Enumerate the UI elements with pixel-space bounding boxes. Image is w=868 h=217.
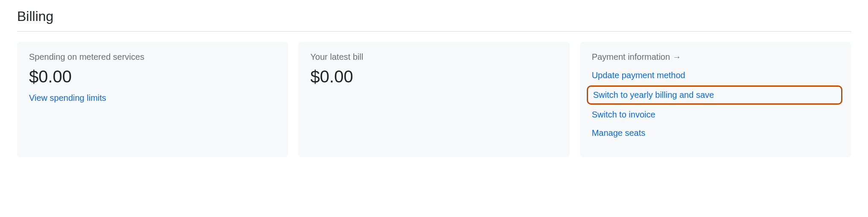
spending-card: Spending on metered services $0.00 View … [17,42,288,157]
payment-info-title[interactable]: Payment information → [592,52,839,62]
spending-amount: $0.00 [29,67,276,86]
view-spending-limits-link[interactable]: View spending limits [29,93,276,103]
switch-to-invoice-link[interactable]: Switch to invoice [592,106,839,123]
payment-links-list: Update payment method Switch to yearly b… [592,67,839,141]
spending-card-title: Spending on metered services [29,52,276,62]
payment-info-card: Payment information → Update payment met… [580,42,851,157]
update-payment-method-link[interactable]: Update payment method [592,67,839,84]
latest-bill-card: Your latest bill $0.00 [298,42,569,157]
page-title: Billing [17,9,851,24]
latest-bill-title: Your latest bill [310,52,557,62]
switch-yearly-billing-link[interactable]: Switch to yearly billing and save [587,85,842,105]
title-divider [17,31,851,32]
manage-seats-link[interactable]: Manage seats [592,125,839,141]
arrow-right-icon: → [673,52,681,62]
latest-bill-amount: $0.00 [310,67,557,86]
payment-info-title-text: Payment information [592,52,670,62]
billing-cards-row: Spending on metered services $0.00 View … [17,42,851,157]
